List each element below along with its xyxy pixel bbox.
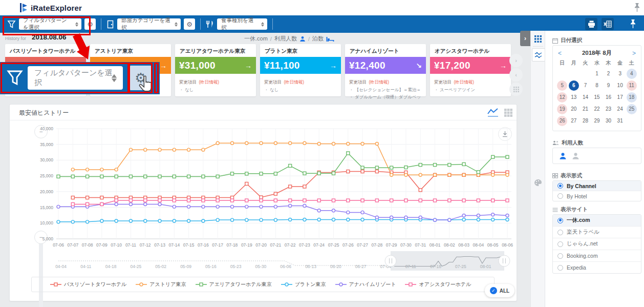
radio-option[interactable]: じゃらん.net [553,238,641,250]
calendar-day[interactable]: 3 [615,69,625,79]
meal-type-select[interactable]: 食事種別を選択 [217,18,267,30]
data-point [260,196,263,199]
radio-icon [557,218,563,223]
calendar-day[interactable]: 22 [592,104,602,114]
calendar-day[interactable]: 14 [580,92,590,103]
data-point [448,173,451,176]
guests-header: 利用人数 [552,139,583,147]
calendar-day[interactable]: 20 [569,104,579,114]
room-category-icon [106,20,114,29]
calendar-day[interactable]: 10 [615,80,625,91]
excel-export-button[interactable] [602,18,614,30]
navigator-handle[interactable] [385,255,396,267]
cards-prev-button[interactable]: ‹ [509,68,523,81]
data-point [491,218,495,221]
legend-item[interactable]: アエリアタワーホテル東京 [196,281,272,288]
breadcrumb-nights[interactable]: 泊数 [312,35,324,43]
calendar-day[interactable]: 19 [557,104,567,114]
calendar-day[interactable]: 1 [592,69,602,79]
calendar-day[interactable]: 23 [604,104,614,114]
calendar-day[interactable]: 17 [615,92,625,103]
calendar-day[interactable]: 24 [615,104,625,114]
calendar-day[interactable]: 16 [604,92,614,103]
print-button[interactable] [585,18,597,30]
calendar-day[interactable]: 21 [580,104,590,114]
cards-next-button[interactable]: › [509,54,523,67]
data-point [419,199,422,202]
calendar-day[interactable]: 4 [627,69,637,79]
calendar-day[interactable]: 5 [557,80,567,91]
calendar-prev-button[interactable]: < [558,50,562,57]
calendar-day[interactable]: 26 [557,116,567,126]
breadcrumb-site[interactable]: 一休.com [244,35,268,43]
calendar-day[interactable]: 13 [569,92,579,103]
data-point [448,199,451,202]
calendar-day[interactable]: 31 [615,116,625,126]
guest-one-icon[interactable] [559,152,567,160]
calendar-day[interactable]: 12 [557,92,567,103]
tool-strip [530,31,545,307]
calendar-day[interactable]: 29 [592,116,602,126]
price-history-chart[interactable]: 40,00035,00030,00025,00020,00015,00010,0… [10,105,517,301]
calendar-day[interactable]: 15 [592,92,602,103]
data-point [202,219,205,222]
radio-option[interactable]: Expedia [553,261,641,273]
radio-option[interactable]: By Channel [553,181,641,191]
legend-item[interactable]: バスリゾートタワーホテル [50,281,126,288]
legend-all-button[interactable]: ✓ ALL [485,284,514,297]
legend-item[interactable]: プラトン東京 [281,281,326,288]
price-bar[interactable]: ¥31,000 → [175,57,256,74]
calendar-day[interactable]: 8 [592,80,602,91]
guest-two-icon[interactable] [572,152,579,160]
calendar-day[interactable]: 30 [604,116,614,126]
price-bar[interactable]: ¥17,200 → [430,57,511,74]
grid-view-button[interactable] [532,33,544,45]
meal-type-icon [206,20,214,29]
room-category-select[interactable]: 部屋カテゴリーを選択 [117,18,181,30]
legend-item[interactable]: オアシスタワーホテル [405,281,471,288]
pin-icon[interactable] [633,3,641,13]
price-bar[interactable]: ¥11,100 → [260,57,341,74]
legend-item[interactable]: アナハイムリゾート [335,281,396,288]
palette-button[interactable] [532,176,544,189]
legend-item[interactable]: アストリア東京 [136,281,186,288]
calendar-day[interactable]: 9 [604,80,614,91]
calendar-day[interactable]: 28 [580,116,590,126]
hotel-card[interactable]: プラトン東京 ¥11,100 → 変更項目 (昨日情報) ・ なし [260,44,341,96]
change-label: 変更項目 [434,79,452,85]
radio-option[interactable]: 楽天トラベル [553,226,641,238]
printer-icon [588,21,595,28]
change-item: ・ なし [179,87,252,93]
radio-option[interactable]: 一休.com [553,215,641,226]
hotel-card[interactable]: アエリアタワーホテル東京 ¥31,000 → 変更項目 (昨日情報) ・ なし [175,44,256,96]
data-point [347,142,350,145]
chart-view-button[interactable] [532,48,545,62]
data-point [173,148,176,151]
cards-grid-button[interactable] [509,83,523,96]
hotel-card[interactable]: アナハイムリゾート ¥12,400 ↘ 変更項目 (昨日情報) ・ 【セレクショ… [345,44,426,96]
change-item: ・ 【セレクションセール】＝素泊＝ [349,87,422,93]
radio-option[interactable]: Booking.com [553,250,641,261]
trend-arrow-icon: → [500,62,507,70]
calendar-next-button[interactable]: > [632,50,636,57]
data-point [158,202,161,206]
room-settings-button[interactable]: ⚙ [184,18,195,30]
calendar-day[interactable]: 18 [627,92,637,103]
breadcrumb-guests[interactable]: 利用人数 [274,35,297,43]
calendar-day[interactable]: 27 [569,116,579,126]
calendar-day[interactable]: 11 [627,80,637,91]
price-bar[interactable]: ¥12,400 ↘ [345,57,426,74]
hotel-card[interactable]: オアシスタワーホテル ¥17,200 → 変更項目 (昨日情報) ・ スーペリア… [430,44,511,96]
calendar-day[interactable]: 7 [580,80,590,91]
navigator-handle[interactable] [499,255,510,267]
radio-option[interactable]: By Hotel [553,191,641,201]
pin-toolbar-icon[interactable] [629,19,637,29]
calendar-day[interactable]: 6 [569,80,579,91]
calendar-day[interactable]: 2 [604,69,614,79]
calendar-day[interactable]: 25 [627,104,637,114]
sidebar-collapse-button[interactable]: › [520,31,530,46]
history-label: History for [5,36,26,41]
data-point [202,175,205,178]
data-point [404,166,407,169]
x-axis-label: 07-10 [111,242,122,248]
